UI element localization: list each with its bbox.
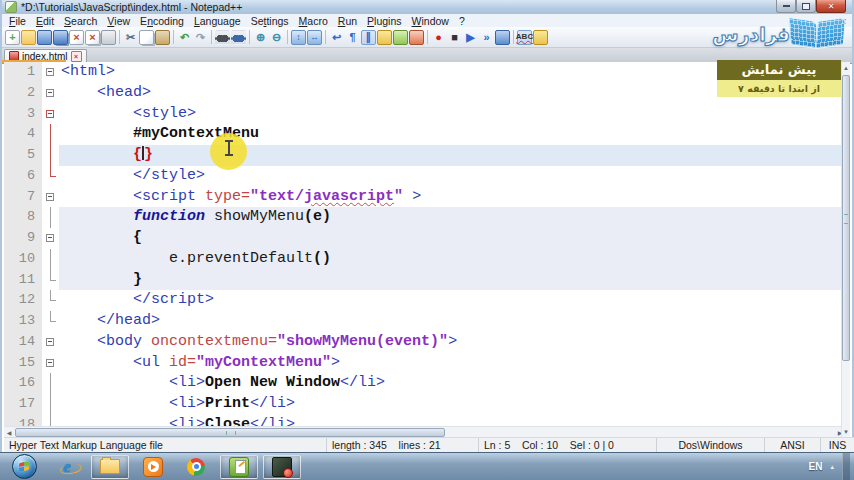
open-file-icon[interactable] (21, 30, 36, 45)
word-wrap-icon[interactable]: ↩ (329, 30, 344, 45)
code-line-3[interactable]: 3 <style> (4, 104, 845, 125)
print-icon[interactable] (101, 30, 116, 45)
fold-marker[interactable] (42, 373, 59, 394)
internet-explorer-icon[interactable]: e (48, 455, 86, 479)
fold-marker[interactable] (42, 187, 59, 208)
vertical-scroll-thumb[interactable] (842, 75, 850, 361)
menubar-close-icon[interactable]: x (841, 16, 846, 26)
menu-edit[interactable]: Edit (31, 14, 59, 27)
code-line-7[interactable]: 7 <script type="text/javascript" > (4, 187, 845, 208)
status-typing-mode[interactable]: INS (820, 438, 854, 452)
minimize-button[interactable] (776, 0, 796, 13)
function-list-icon[interactable] (393, 30, 408, 45)
menu-view[interactable]: View (102, 14, 135, 27)
show-hidden-icons-icon[interactable]: ▴ (830, 463, 834, 471)
fold-marker[interactable] (42, 311, 59, 332)
scroll-left-icon[interactable]: ◀ (4, 428, 14, 437)
menu-language[interactable]: Language (189, 14, 246, 27)
code-line-18[interactable]: 18 <li>Close</li> (4, 415, 845, 426)
chrome-icon[interactable] (177, 455, 215, 479)
fold-marker[interactable] (42, 104, 59, 125)
code-line-5[interactable]: 5 {} (4, 145, 845, 166)
horizontal-scroll-thumb[interactable] (15, 428, 445, 437)
menu-run[interactable]: Run (333, 14, 362, 27)
vertical-scrollbar[interactable]: ▲ ▼ (841, 62, 850, 437)
undo-icon[interactable]: ↶ (177, 30, 192, 45)
user-defined-dialog-icon[interactable] (377, 30, 392, 45)
start-button[interactable] (5, 455, 43, 479)
menu-settings[interactable]: Settings (246, 14, 294, 27)
code-editor[interactable]: 1<html>2 <head>3 <style>4 #myContextMenu… (4, 62, 845, 426)
windows-explorer-icon[interactable] (91, 455, 129, 479)
close-file-icon[interactable]: × (69, 30, 84, 45)
fold-marker[interactable] (42, 124, 59, 145)
menu-help[interactable]: ? (454, 14, 470, 27)
close-button[interactable]: ✕ (816, 0, 846, 13)
fold-marker[interactable] (42, 353, 59, 374)
panel-icon[interactable] (533, 30, 548, 45)
copy-icon[interactable] (139, 30, 154, 45)
redo-icon[interactable]: ↷ (193, 30, 208, 45)
code-line-6[interactable]: 6 </style> (4, 166, 845, 187)
restore-button[interactable] (796, 0, 816, 13)
zoom-out-icon[interactable]: ⊖ (269, 30, 284, 45)
sync-horizontal-scroll-icon[interactable]: ↔ (307, 30, 322, 45)
menu-window[interactable]: Window (407, 14, 454, 27)
fold-marker[interactable] (42, 62, 59, 83)
code-line-15[interactable]: 15 <ul id="myContextMenu"> (4, 353, 845, 374)
save-macro-icon[interactable] (495, 30, 510, 45)
menu-encoding[interactable]: Encoding (135, 14, 189, 27)
fold-marker[interactable] (42, 394, 59, 415)
horizontal-scrollbar[interactable]: ◀ ▶ (4, 426, 845, 437)
document-monitor-icon[interactable] (409, 30, 424, 45)
sync-vertical-scroll-icon[interactable]: ↕ (291, 30, 306, 45)
save-all-icon[interactable] (53, 30, 68, 45)
fold-marker[interactable] (42, 249, 59, 270)
fold-marker[interactable] (42, 270, 59, 291)
fold-marker[interactable] (42, 145, 59, 166)
playback-macro-icon[interactable]: ▶ (463, 30, 478, 45)
fold-marker[interactable] (42, 166, 59, 187)
spell-check-icon[interactable]: ABC (517, 30, 532, 45)
zoom-in-icon[interactable]: ⊕ (253, 30, 268, 45)
code-line-16[interactable]: 16 <li>Open New Window</li> (4, 373, 845, 394)
title-bar[interactable]: *D:\Tutorials\JavaScript\index.html - No… (2, 0, 852, 14)
status-encoding[interactable]: ANSI (764, 438, 820, 452)
cut-icon[interactable]: ✂ (123, 30, 138, 45)
indent-guide-icon[interactable]: ∥ (361, 30, 376, 45)
tab-close-icon[interactable]: × (71, 51, 82, 62)
code-line-8[interactable]: 8 function showMyMenu(e) (4, 207, 845, 228)
run-macro-multiple-icon[interactable]: » (479, 30, 494, 45)
media-player-icon[interactable] (134, 455, 172, 479)
fold-marker[interactable] (42, 290, 59, 311)
screen-recorder-icon[interactable] (263, 455, 301, 479)
paste-icon[interactable] (155, 30, 170, 45)
new-file-icon[interactable]: + (5, 30, 20, 45)
fold-marker[interactable] (42, 332, 59, 353)
save-icon[interactable] (37, 30, 52, 45)
replace-icon[interactable] (231, 30, 246, 45)
fold-marker[interactable] (42, 415, 59, 426)
menu-macro[interactable]: Macro (294, 14, 333, 27)
code-line-17[interactable]: 17 <li>Print</li> (4, 394, 845, 415)
code-line-9[interactable]: 9 { (4, 228, 845, 249)
close-all-icon[interactable]: × (85, 30, 100, 45)
code-line-14[interactable]: 14 <body oncontextmenu="showMyMenu(event… (4, 332, 845, 353)
code-line-12[interactable]: 12 </script> (4, 290, 845, 311)
fold-marker[interactable] (42, 83, 59, 104)
fold-marker[interactable] (42, 207, 59, 228)
menu-plugins[interactable]: Plugins (362, 14, 406, 27)
code-line-11[interactable]: 11 } (4, 270, 845, 291)
scroll-up-icon[interactable]: ▲ (842, 62, 850, 73)
fold-marker[interactable] (42, 228, 59, 249)
scroll-down-icon[interactable]: ▼ (842, 426, 850, 437)
notepad-plus-plus-icon[interactable] (220, 455, 258, 479)
code-line-10[interactable]: 10 e.preventDefault() (4, 249, 845, 270)
record-macro-icon[interactable]: ● (431, 30, 446, 45)
menu-search[interactable]: Search (59, 14, 102, 27)
code-line-4[interactable]: 4 #myContextMenu (4, 124, 845, 145)
stop-macro-icon[interactable]: ■ (447, 30, 462, 45)
find-icon[interactable] (215, 30, 230, 45)
show-all-characters-icon[interactable]: ¶ (345, 30, 360, 45)
status-eol-format[interactable]: Dos\Windows (656, 438, 764, 452)
